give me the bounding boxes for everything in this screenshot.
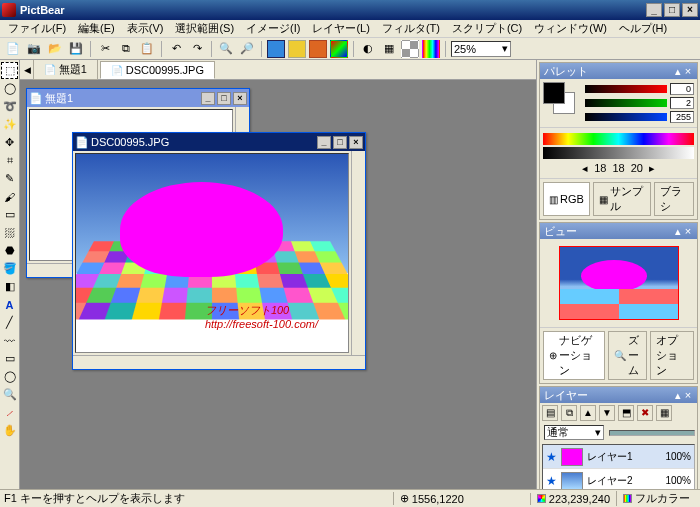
panel-collapse-icon[interactable]: ▴	[673, 225, 683, 238]
docwin-max[interactable]: □	[217, 92, 231, 105]
tab-untitled[interactable]: 📄 無題1	[33, 60, 98, 80]
region-icon[interactable]	[309, 40, 327, 58]
window-icon[interactable]	[288, 40, 306, 58]
nav-tab[interactable]: ⊕ ナビゲーション	[543, 331, 605, 380]
checker-icon[interactable]	[401, 40, 419, 58]
docwin-dsc[interactable]: 📄DSC00995.JPG _ □ × フリーソフト100 http://fre…	[72, 132, 366, 370]
visible-icon[interactable]: ★	[546, 474, 557, 488]
zoomin-icon[interactable]: 🔍	[217, 40, 235, 58]
merge-layer-icon[interactable]: ⬒	[618, 405, 634, 421]
sample-tab[interactable]: ▦ サンプル	[593, 182, 651, 216]
tab-dsc[interactable]: 📄 DSC00995.JPG	[100, 61, 215, 79]
vscroll[interactable]	[351, 151, 365, 355]
grid-icon[interactable]: ▦	[380, 40, 398, 58]
color-icon[interactable]	[330, 40, 348, 58]
select-ellipse-tool[interactable]: ◯	[1, 80, 18, 97]
panel-collapse-icon[interactable]: ▴	[673, 65, 683, 78]
g-slider[interactable]	[585, 99, 667, 107]
eyedropper-tool[interactable]: ⟋	[1, 404, 18, 421]
menu-view[interactable]: 表示(V)	[123, 20, 168, 37]
visible-icon[interactable]: ★	[546, 450, 557, 464]
b-slider[interactable]	[585, 113, 667, 121]
down-layer-icon[interactable]: ▼	[599, 405, 615, 421]
menu-help[interactable]: ヘルプ(H)	[615, 20, 671, 37]
twain-icon[interactable]: 📷	[25, 40, 43, 58]
layer-row-1[interactable]: ★ レイヤー1 100%	[543, 445, 694, 469]
new-icon[interactable]: 📄	[4, 40, 22, 58]
up-layer-icon[interactable]: ▲	[580, 405, 596, 421]
blend-mode-combo[interactable]: 通常▾	[544, 425, 604, 440]
new-layer-icon[interactable]: ▤	[542, 405, 558, 421]
close-button[interactable]: ×	[682, 3, 698, 17]
menu-file[interactable]: ファイル(F)	[4, 20, 70, 37]
nav-thumbnail[interactable]	[559, 246, 679, 320]
panel-collapse-icon[interactable]: ▴	[673, 389, 683, 402]
menu-script[interactable]: スクリプト(C)	[448, 20, 526, 37]
spray-tool[interactable]: ⛆	[1, 224, 18, 241]
text-tool[interactable]: A	[1, 296, 18, 313]
menu-select[interactable]: 選択範囲(S)	[171, 20, 238, 37]
eraser-tool[interactable]: ▭	[1, 206, 18, 223]
line-tool[interactable]: ╱	[1, 314, 18, 331]
wand-tool[interactable]: ✨	[1, 116, 18, 133]
rgb-tab[interactable]: ▥ RGB	[543, 182, 590, 216]
brush-tab[interactable]: ブラシ	[654, 182, 694, 216]
docwin-min[interactable]: _	[201, 92, 215, 105]
g-value[interactable]: 2	[670, 97, 694, 109]
undo-icon[interactable]: ↶	[167, 40, 185, 58]
paste-icon[interactable]: 📋	[138, 40, 156, 58]
move-tool[interactable]: ✥	[1, 134, 18, 151]
maximize-button[interactable]: □	[664, 3, 680, 17]
gradient-tool[interactable]: ◧	[1, 278, 18, 295]
r-slider[interactable]	[585, 85, 667, 93]
docwin-min[interactable]: _	[317, 136, 331, 149]
redo-icon[interactable]: ↷	[188, 40, 206, 58]
cut-icon[interactable]: ✂	[96, 40, 114, 58]
crop-tool[interactable]: ⌗	[1, 152, 18, 169]
select-rect-tool[interactable]: ⬚	[1, 62, 18, 79]
panel-close-icon[interactable]: ×	[683, 389, 693, 401]
layer-row-2[interactable]: ★ レイヤー2 100%	[543, 469, 694, 489]
mask-layer-icon[interactable]: ▦	[656, 405, 672, 421]
docwin-max[interactable]: □	[333, 136, 347, 149]
b-value[interactable]: 255	[670, 111, 694, 123]
zoom-combo[interactable]: 25%▾	[451, 41, 511, 57]
delete-layer-icon[interactable]: ✖	[637, 405, 653, 421]
stamp-tool[interactable]: ⬣	[1, 242, 18, 259]
option-tab[interactable]: オプション	[650, 331, 694, 380]
hscroll[interactable]	[73, 355, 365, 369]
hand-tool[interactable]: ✋	[1, 422, 18, 439]
opacity-slider[interactable]	[609, 430, 695, 436]
panel-close-icon[interactable]: ×	[683, 225, 693, 237]
hue-bar[interactable]	[543, 133, 694, 145]
lasso-tool[interactable]: ➰	[1, 98, 18, 115]
rect-tool[interactable]: ▭	[1, 350, 18, 367]
menu-image[interactable]: イメージ(I)	[242, 20, 304, 37]
palette-icon[interactable]	[422, 40, 440, 58]
zoom-tool[interactable]: 🔍	[1, 386, 18, 403]
brush-tool[interactable]: 🖌	[1, 188, 18, 205]
zoomout-icon[interactable]: 🔎	[238, 40, 256, 58]
menu-filter[interactable]: フィルタ(T)	[378, 20, 444, 37]
curve-tool[interactable]: 〰	[1, 332, 18, 349]
zoom-tab[interactable]: 🔍 ズーム	[608, 331, 647, 380]
menu-window[interactable]: ウィンドウ(W)	[530, 20, 611, 37]
ellipse-tool[interactable]: ◯	[1, 368, 18, 385]
pencil-tool[interactable]: ✎	[1, 170, 18, 187]
r-value[interactable]: 0	[670, 83, 694, 95]
copy-icon[interactable]: ⧉	[117, 40, 135, 58]
menu-layer[interactable]: レイヤー(L)	[308, 20, 373, 37]
color-swatches[interactable]	[543, 82, 581, 118]
screen-icon[interactable]	[267, 40, 285, 58]
minimize-button[interactable]: _	[646, 3, 662, 17]
fill-tool[interactable]: 🪣	[1, 260, 18, 277]
canvas-dsc[interactable]: フリーソフト100 http://freesoft-100.com/	[75, 153, 349, 353]
panel-close-icon[interactable]: ×	[683, 65, 693, 77]
open-icon[interactable]: 📂	[46, 40, 64, 58]
fg-color-swatch[interactable]	[543, 82, 565, 104]
docwin-close[interactable]: ×	[233, 92, 247, 105]
menu-edit[interactable]: 編集(E)	[74, 20, 119, 37]
copy-layer-icon[interactable]: ⧉	[561, 405, 577, 421]
docwin-close[interactable]: ×	[349, 136, 363, 149]
contrast-icon[interactable]: ◐	[359, 40, 377, 58]
